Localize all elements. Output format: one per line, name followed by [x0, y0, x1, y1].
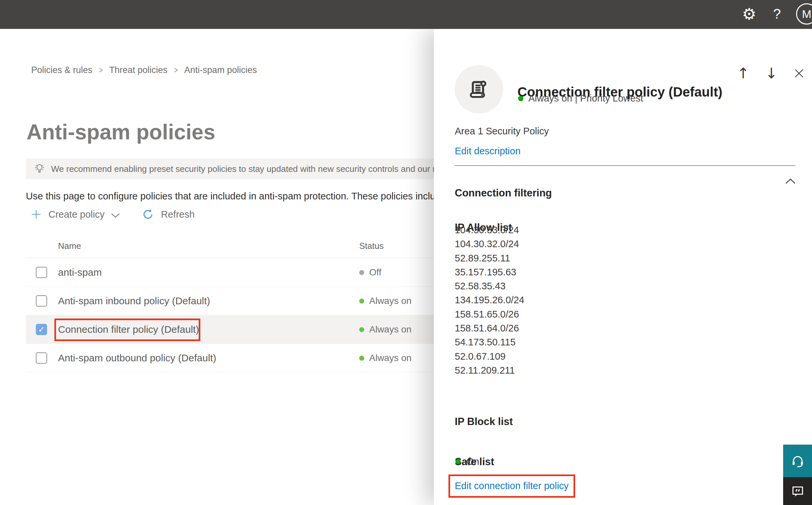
- breadcrumb-item-threat-policies[interactable]: Threat policies: [109, 65, 168, 75]
- row-checkbox[interactable]: [36, 267, 47, 278]
- ip-block-list-title: IP Block list: [455, 416, 513, 428]
- policy-name[interactable]: anti-spam: [58, 267, 102, 278]
- status-label: Always on: [369, 353, 412, 363]
- avatar-initial: M: [802, 8, 811, 21]
- ip-allow-item: 158.51.64.0/26: [455, 321, 525, 335]
- chevron-down-icon: [111, 213, 120, 218]
- scroll-policy-icon: [467, 77, 491, 102]
- table-row[interactable]: Anti-spam inbound policy (Default) Alway…: [26, 287, 468, 315]
- status-dot-icon: [359, 299, 364, 304]
- flyout-status-line: Always on | Priority Lowest: [518, 93, 643, 104]
- feedback-chat-icon: [791, 484, 805, 498]
- previous-item-arrow-up-icon[interactable]: ↑: [737, 66, 749, 80]
- policy-name[interactable]: Anti-spam outbound policy (Default): [58, 352, 216, 364]
- table-row[interactable]: Connection filter policy (Default) Alway…: [26, 315, 468, 344]
- column-header-name[interactable]: Name: [58, 241, 81, 251]
- chevron-up-icon[interactable]: [786, 178, 795, 185]
- ip-allow-item: 158.51.65.0/26: [455, 307, 525, 321]
- settings-gear-icon[interactable]: ⚙: [742, 3, 756, 25]
- section-connection-filtering: Connection filtering: [455, 187, 552, 199]
- toolbar: Create policy Refresh: [30, 206, 195, 223]
- table-header: Name Status: [26, 232, 468, 258]
- divider: [455, 165, 795, 166]
- ip-allow-item: 104.30.32.0/24: [455, 237, 525, 251]
- create-policy-button[interactable]: Create policy: [30, 209, 120, 220]
- table-row[interactable]: anti-spam Off: [26, 258, 468, 287]
- support-button[interactable]: [783, 445, 812, 477]
- refresh-button[interactable]: Refresh: [142, 208, 195, 221]
- policy-name[interactable]: Anti-spam inbound policy (Default): [58, 295, 210, 307]
- status-label: Off: [369, 267, 381, 278]
- next-item-arrow-down-icon[interactable]: ↓: [765, 66, 778, 80]
- row-checkbox[interactable]: [36, 352, 47, 364]
- breadcrumb: Policies & rules > Threat policies > Ant…: [31, 65, 257, 75]
- breadcrumb-separator-icon: >: [99, 65, 103, 75]
- status-dot-icon: [455, 459, 461, 464]
- ip-allow-item: 52.0.67.109: [455, 349, 525, 363]
- row-checkbox[interactable]: [36, 295, 47, 307]
- refresh-label: Refresh: [161, 209, 195, 220]
- create-policy-label: Create policy: [48, 209, 105, 220]
- help-icon[interactable]: ?: [773, 5, 781, 23]
- policy-description: Area 1 Security Policy: [455, 126, 549, 137]
- status-dot-icon: [359, 327, 364, 332]
- ip-allow-list: 104.30.33.0/24104.30.32.0/2452.89.255.11…: [455, 223, 525, 377]
- ip-allow-item: 134.195.26.0/24: [455, 293, 525, 307]
- headset-icon: [790, 453, 805, 469]
- column-header-status[interactable]: Status: [359, 241, 384, 251]
- policy-table-body: anti-spam Off Anti-spam inbound policy (…: [26, 258, 468, 372]
- close-icon[interactable]: [793, 68, 805, 79]
- page-title: Anti-spam policies: [26, 120, 215, 144]
- status-label: Always on: [369, 296, 412, 306]
- status-dot-icon: [518, 96, 524, 101]
- policy-name[interactable]: Connection filter policy (Default): [58, 324, 199, 335]
- safe-list-status: On: [455, 456, 479, 467]
- flyout-controls: ↑ ↓: [737, 66, 805, 80]
- details-flyout: ↑ ↓ Connection filter policy (Default) A…: [434, 29, 812, 505]
- policy-status: Off: [359, 258, 381, 287]
- recommendation-banner: We recommend enabling preset security po…: [26, 159, 468, 179]
- breadcrumb-item-policies-rules[interactable]: Policies & rules: [31, 65, 92, 75]
- status-dot-icon: [359, 270, 364, 275]
- ip-allow-item: 52.11.209.211: [455, 363, 525, 377]
- breadcrumb-separator-icon: >: [174, 65, 178, 75]
- policy-status: Always on: [359, 287, 412, 315]
- ip-allow-item: 52.58.35.43: [455, 279, 525, 293]
- policy-status: Always on: [359, 344, 412, 372]
- ip-allow-item: 54.173.50.115: [455, 335, 525, 349]
- flyout-status-text: Always on | Priority Lowest: [529, 93, 643, 104]
- ip-allow-item: 104.30.33.0/24: [455, 223, 525, 237]
- refresh-icon: [142, 208, 154, 221]
- breadcrumb-item-anti-spam-policies: Anti-spam policies: [184, 65, 257, 75]
- plus-icon: [30, 209, 42, 220]
- ip-allow-item: 52.89.255.11: [455, 251, 525, 265]
- policy-table: Name Status anti-spam Off Anti-spam inbo…: [26, 232, 468, 372]
- edit-connection-filter-policy-link[interactable]: Edit connection filter policy: [455, 480, 569, 491]
- status-dot-icon: [359, 356, 364, 361]
- safe-list-status-text: On: [466, 456, 479, 467]
- edit-description-link[interactable]: Edit description: [455, 146, 521, 157]
- page-intro-text: Use this page to configure policies that…: [26, 189, 468, 203]
- banner-text: We recommend enabling preset security po…: [51, 164, 468, 174]
- policy-scroll-avatar: [455, 65, 503, 114]
- avatar[interactable]: M: [796, 3, 812, 25]
- lightbulb-icon: [33, 162, 46, 176]
- topbar: ⚙ ? M: [0, 0, 812, 29]
- status-label: Always on: [369, 324, 412, 335]
- policy-status: Always on: [359, 315, 412, 344]
- ip-allow-item: 35.157.195.63: [455, 265, 525, 279]
- table-row[interactable]: Anti-spam outbound policy (Default) Alwa…: [26, 344, 468, 372]
- feedback-button[interactable]: [783, 477, 812, 505]
- row-checkbox[interactable]: [36, 324, 47, 335]
